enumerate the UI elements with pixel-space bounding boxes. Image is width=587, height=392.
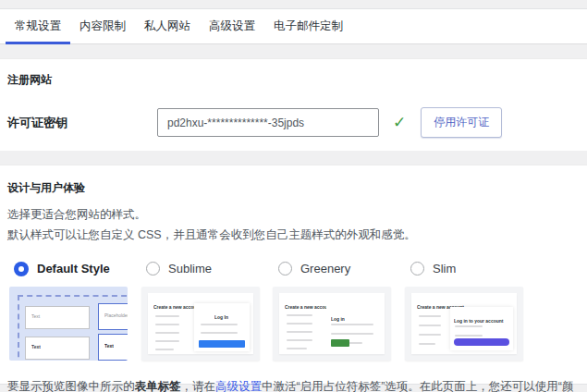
preview-footnote: 要显示预览图像中所示的表单标签，请在高级设置中激活“启用占位符标签”选项。在此页… (7, 377, 580, 392)
preview-input-box: Placeholder (98, 303, 128, 330)
default-style-preview-image: Text Placeholder Text Text (9, 287, 128, 361)
footnote-text: ，请在 (181, 380, 216, 392)
preview-field-line (287, 348, 307, 349)
preview-form-card: Create a new account Log in to your acco… (411, 293, 517, 354)
preview-field-line (419, 315, 441, 317)
design-description-line1: 选择更适合您网站的样式。 (7, 204, 580, 225)
preview-login-button (199, 340, 245, 348)
style-option-label: Sublime (168, 262, 212, 276)
tab-email-customization[interactable]: 电子邮件定制 (264, 9, 352, 43)
style-option-label: Slim (433, 262, 456, 276)
preview-login-title: Log In (194, 307, 250, 324)
preview-field-line (419, 334, 441, 336)
deactivate-license-button[interactable]: 停用许可证 (421, 107, 502, 138)
radio-default-style-icon[interactable] (14, 262, 29, 276)
preview-col-slim: Create a new account Log in to your acco… (405, 287, 537, 361)
preview-field-line (331, 324, 373, 325)
style-option-slim[interactable]: Slim (410, 262, 543, 276)
style-option-label: Greenery (300, 262, 350, 276)
preview-login-button (331, 339, 349, 347)
tab-content-restriction[interactable]: 内容限制 (70, 9, 135, 43)
preview-field-line (155, 315, 179, 317)
preview-input-box: Text (98, 334, 128, 361)
slim-preview-image: Create a new account Log in to your acco… (405, 287, 523, 361)
preview-col-default: Text Placeholder Text Text (9, 287, 141, 361)
sublime-preview-image: Create a new account Log In (141, 287, 260, 361)
register-site-panel: 注册网站 许可证密钥 ✓ 停用许可证 (0, 58, 587, 151)
tab-general-settings[interactable]: 常规设置 (6, 9, 70, 43)
greenery-preview-image: Create a new account Log in (273, 287, 391, 361)
preview-login-panel: Log In (194, 303, 250, 351)
preview-field-line (455, 335, 483, 337)
license-key-input[interactable] (157, 108, 379, 137)
preview-login-panel: Log in (326, 305, 380, 350)
preview-field-line (287, 339, 312, 341)
preview-field-line (331, 333, 373, 335)
section-divider (0, 151, 587, 165)
top-spacer (0, 0, 587, 9)
style-option-greenery[interactable]: Greenery (278, 262, 410, 276)
style-option-default[interactable]: Default Style (14, 262, 146, 276)
footnote-bold-form-labels: 表单标签 (135, 380, 181, 392)
style-option-label: Default Style (37, 262, 110, 276)
design-description-line2: 默认样式可以让您自定义 CSS，并且通常会收到您自己主题样式的外观和感觉。 (7, 225, 580, 245)
radio-slim-icon[interactable] (410, 262, 424, 276)
license-key-label: 许可证密钥 (7, 115, 157, 131)
license-valid-check-icon: ✓ (393, 113, 406, 132)
preview-field-line (419, 343, 435, 345)
register-site-heading: 注册网站 (7, 72, 580, 88)
preview-field-line (287, 331, 312, 333)
preview-field-line (201, 324, 238, 325)
preview-field-line (155, 324, 179, 325)
preview-field-line (287, 314, 312, 316)
preview-login-title: Log in to your account (454, 311, 513, 327)
preview-form-card: Create a new account Log In (148, 293, 253, 354)
style-option-sublime[interactable]: Sublime (146, 262, 278, 276)
preview-field-line (419, 325, 441, 326)
preview-form-card: Create a new account Log in (279, 293, 385, 354)
preview-login-button (454, 338, 509, 346)
preview-field-line (287, 323, 312, 325)
design-ux-heading: 设计与用户体验 (7, 180, 580, 196)
advanced-settings-link[interactable]: 高级设置 (215, 380, 262, 392)
preview-col-greenery: Create a new account Log in (273, 287, 405, 361)
preview-field-line (201, 332, 238, 334)
preview-input-box: Text (25, 337, 90, 360)
tab-advanced-settings[interactable]: 高级设置 (200, 9, 264, 43)
preview-login-panel: Log in to your account (450, 307, 513, 350)
radio-greenery-icon[interactable] (278, 262, 292, 276)
section-divider (0, 44, 587, 58)
style-options-row: Default Style Sublime Greenery Slim (7, 262, 580, 276)
preview-field-line (155, 340, 179, 342)
preview-input-box: Text (25, 306, 90, 329)
preview-field-line (455, 325, 483, 327)
tab-private-site[interactable]: 私人网站 (135, 9, 200, 43)
radio-sublime-icon[interactable] (146, 262, 160, 276)
preview-field-line (155, 332, 179, 334)
settings-page: 常规设置 内容限制 私人网站 高级设置 电子邮件定制 注册网站 许可证密钥 ✓ … (0, 0, 587, 392)
footnote-text: 要显示预览图像中所示的 (7, 380, 135, 392)
design-ux-panel: 设计与用户体验 选择更适合您网站的样式。 默认样式可以让您自定义 CSS，并且通… (0, 165, 587, 384)
style-previews-row: Text Placeholder Text Text Create a new … (7, 287, 580, 361)
preview-login-title: Log in (331, 309, 380, 325)
preview-col-sublime: Create a new account Log In (141, 287, 274, 361)
license-key-row: 许可证密钥 ✓ 停用许可证 (7, 107, 580, 138)
settings-tabbar: 常规设置 内容限制 私人网站 高级设置 电子邮件定制 (0, 9, 587, 44)
preview-field-line (155, 349, 174, 350)
design-description: 选择更适合您网站的样式。 默认样式可以让您自定义 CSS，并且通常会收到您自己主… (7, 204, 580, 246)
